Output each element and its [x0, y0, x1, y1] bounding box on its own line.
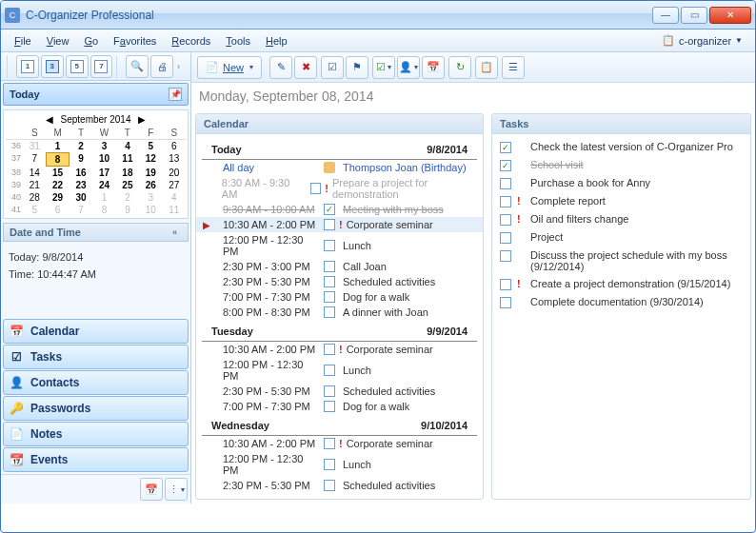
calendar-day[interactable]: 5	[23, 204, 46, 216]
menu-help[interactable]: Help	[258, 32, 295, 49]
event-checkbox[interactable]	[324, 365, 335, 376]
calendar-day[interactable]: 3	[139, 191, 162, 204]
task-checkbox[interactable]	[500, 178, 511, 189]
event-row[interactable]: 9:30 AM - 10:00 AM✓Meeting with my boss	[196, 202, 483, 217]
event-checkbox[interactable]: ✓	[324, 204, 335, 215]
calendar-day[interactable]: 15	[46, 167, 69, 179]
calendar-day[interactable]: 21	[23, 179, 46, 191]
event-row[interactable]: 7:00 PM - 7:30 PMDog for a walk	[196, 289, 483, 305]
view-3day-button[interactable]: 3	[41, 55, 64, 78]
event-checkbox[interactable]	[324, 401, 335, 412]
task-checkbox[interactable]	[500, 214, 511, 226]
calendar-day[interactable]: 4	[163, 191, 186, 204]
event-row[interactable]: 7:00 PM - 7:30 PMDog for a walk	[196, 399, 483, 414]
sidebar-item-events[interactable]: 📆Events	[3, 447, 189, 472]
task-row[interactable]: Complete documentation (9/30/2014)	[492, 293, 750, 311]
event-row[interactable]: 2:30 PM - 5:30 PMScheduled activities	[196, 384, 483, 399]
event-checkbox[interactable]	[310, 183, 321, 194]
sidebar-item-contacts[interactable]: 👤Contacts	[3, 370, 189, 395]
calendar-day[interactable]: 17	[92, 167, 115, 179]
new-button[interactable]: 📄 New ▾	[197, 56, 262, 79]
event-row[interactable]: 2:30 PM - 5:30 PMScheduled activities	[196, 274, 483, 289]
calendar-day[interactable]: 1	[46, 140, 69, 152]
calendar-day[interactable]: 10	[92, 152, 115, 167]
calendar-day[interactable]: 8	[46, 152, 69, 167]
calendar-day[interactable]: 23	[70, 179, 92, 191]
options-shortcut-button[interactable]: ⋮▾	[165, 478, 188, 501]
calendar-shortcut-button[interactable]: 📅	[140, 478, 163, 501]
pin-button[interactable]: 📌	[169, 88, 182, 101]
calendar-day[interactable]: 16	[70, 167, 92, 179]
flag-button[interactable]: ⚑	[346, 56, 368, 79]
calendar-day[interactable]: 6	[46, 204, 69, 216]
calendar-day[interactable]: 31	[23, 140, 46, 152]
view-day-button[interactable]: 1	[16, 55, 39, 78]
task-row[interactable]: !Oil and filters change	[492, 210, 750, 228]
menu-records[interactable]: Records	[164, 32, 218, 49]
prev-month-button[interactable]: ◀	[42, 114, 57, 125]
calendar-day[interactable]: 14	[23, 167, 46, 179]
calendar-day[interactable]: 28	[23, 191, 46, 204]
task-row[interactable]: ✓Check the latest version of C-Organizer…	[492, 138, 750, 156]
event-row[interactable]: 8:00 PM - 8:30 PMA dinner with Joan	[196, 305, 483, 320]
maximize-button[interactable]: ▭	[681, 7, 707, 24]
calendar-day[interactable]: 1	[92, 191, 115, 204]
event-checkbox[interactable]	[324, 276, 335, 287]
calendar-day[interactable]: 20	[163, 167, 186, 179]
calendar-day[interactable]: 18	[116, 167, 139, 179]
event-row[interactable]: 10:30 AM - 2:00 PM!Corporate seminar	[196, 436, 483, 451]
event-row[interactable]: 12:00 PM - 12:30 PMLunch	[196, 451, 483, 478]
task-row[interactable]: Project	[492, 228, 750, 247]
minimize-button[interactable]: —	[652, 7, 679, 24]
task-checkbox[interactable]: ✓	[500, 160, 511, 171]
next-month-button[interactable]: ▶	[134, 114, 149, 125]
task-checkbox[interactable]: ✓	[500, 142, 511, 153]
event-checkbox[interactable]	[324, 306, 335, 318]
event-row[interactable]: 12:00 PM - 12:30 PMLunch	[196, 357, 483, 384]
complete-button[interactable]: ☑	[321, 56, 344, 79]
menu-favorites[interactable]: Favorites	[106, 32, 164, 49]
toolbar-overflow-button[interactable]: ›	[177, 62, 187, 71]
task-checkbox[interactable]	[500, 279, 511, 290]
event-row[interactable]: 10:30 AM - 2:00 PM!Corporate seminar	[196, 342, 483, 357]
calendar-day[interactable]: 2	[70, 140, 92, 152]
event-checkbox[interactable]	[324, 459, 335, 470]
task-checkbox[interactable]	[500, 297, 511, 308]
copy-button[interactable]: 📋	[475, 56, 498, 79]
calendar-day[interactable]: 7	[70, 204, 92, 216]
calendar-day[interactable]: 9	[116, 204, 139, 216]
event-checkbox[interactable]	[324, 291, 335, 303]
calendar-day[interactable]: 22	[46, 179, 69, 191]
event-checkbox[interactable]	[324, 261, 335, 272]
edit-button[interactable]: ✎	[269, 56, 292, 79]
menu-tools[interactable]: Tools	[218, 32, 258, 49]
collapse-datetime-button[interactable]: «	[172, 227, 182, 237]
task-row[interactable]: ✓School visit	[492, 156, 750, 174]
search-button[interactable]: 🔍	[126, 55, 149, 78]
task-row[interactable]: Purchase a book for Anny	[492, 174, 750, 192]
menu-go[interactable]: Go	[76, 32, 106, 49]
filter1-button[interactable]: ☑▾	[372, 56, 395, 79]
filter3-button[interactable]: 📅	[422, 56, 445, 79]
list-button[interactable]: ☰	[502, 56, 525, 79]
event-row[interactable]: ▶10:30 AM - 2:00 PM!Corporate seminar	[196, 217, 483, 232]
event-row[interactable]: 2:30 PM - 5:30 PMScheduled activities	[196, 478, 483, 493]
sidebar-item-notes[interactable]: 📄Notes	[3, 422, 189, 446]
delete-button[interactable]: ✖	[294, 56, 317, 79]
close-button[interactable]: ✕	[709, 7, 751, 24]
task-checkbox[interactable]	[500, 232, 511, 244]
event-checkbox[interactable]	[324, 344, 335, 355]
refresh-button[interactable]: ↻	[448, 56, 471, 79]
calendar-day[interactable]: 19	[139, 167, 162, 179]
print-button[interactable]: 🖨	[150, 55, 173, 78]
calendar-day[interactable]: 8	[92, 204, 115, 216]
event-checkbox[interactable]	[324, 480, 335, 491]
task-checkbox[interactable]	[500, 250, 511, 262]
event-row[interactable]: 2:30 PM - 3:00 PMCall Joan	[196, 259, 483, 274]
task-row[interactable]: !Complete report	[492, 192, 750, 210]
calendar-day[interactable]: 12	[139, 152, 162, 167]
sidebar-item-passwords[interactable]: 🔑Passwords	[3, 396, 189, 421]
calendar-day[interactable]: 25	[116, 179, 139, 191]
calendar-day[interactable]: 10	[139, 204, 162, 216]
calendar-day[interactable]: 7	[23, 152, 46, 167]
